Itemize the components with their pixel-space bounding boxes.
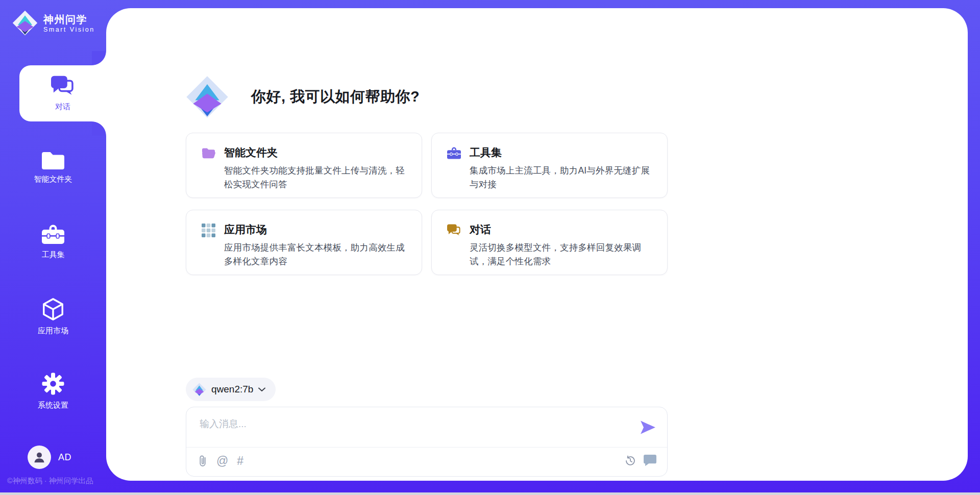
at-icon[interactable]: @ [216,454,228,467]
user-account[interactable]: AD [28,445,71,469]
model-selector[interactable]: qwen2:7b [186,378,276,401]
sidebar-nav: 对话 智能文件夹 工具集 [0,65,106,445]
sidebar-item-settings[interactable]: 系统设置 [0,370,106,411]
composer: qwen2:7b @ # [186,378,668,477]
folder-open-icon [202,146,215,160]
sidebar-item-label: 应用市场 [38,326,68,336]
history-icon[interactable] [624,455,636,466]
person-icon [33,451,46,464]
sidebar-item-toolset[interactable]: 工具集 [0,221,106,262]
card-toolset[interactable]: 工具集 集成市场上主流工具，助力AI与外界无缝扩展与对接 [431,133,668,198]
sidebar-item-label: 智能文件夹 [34,175,72,184]
grid-icon [202,224,215,237]
avatar [28,445,51,469]
chat-icon [51,76,75,97]
app-root: 神州问学 Smart Vision 对话 智能文件夹 [0,0,980,495]
chevron-down-icon [258,387,265,392]
composer-left-tools: @ # [198,454,243,467]
card-title: 工具集 [470,145,654,160]
main-content: 你好, 我可以如何帮助你? 智能文件夹 智能文件夹功能支持批量文件上传与清洗，轻… [186,0,668,495]
brand-logo-icon [12,10,38,36]
folder-icon [42,151,64,169]
cube-icon [42,298,64,321]
message-input[interactable] [199,415,629,433]
card-description: 智能文件夹功能支持批量文件上传与清洗，轻松实现文件问答 [224,164,408,191]
sidebar-item-label: 工具集 [42,250,65,260]
sidebar-item-chat[interactable]: 对话 [19,65,106,121]
card-title: 应用市场 [224,222,408,237]
card-title: 智能文件夹 [224,145,408,160]
model-logo-icon [192,383,206,397]
card-smart-folder[interactable]: 智能文件夹 智能文件夹功能支持批量文件上传与清洗，轻松实现文件问答 [186,133,422,198]
message-input-box: @ # [186,407,668,477]
user-label: AD [58,452,71,463]
comment-icon[interactable] [644,455,656,466]
brand-subtitle: Smart Vision [43,26,95,33]
feature-cards: 智能文件夹 智能文件夹功能支持批量文件上传与清洗，轻松实现文件问答 工具集 集成… [186,133,668,275]
toolbox-icon [42,225,64,245]
card-description: 灵活切换多模型文件，支持多样回复效果调试，满足个性化需求 [470,241,654,268]
card-description: 集成市场上主流工具，助力AI与外界无缝扩展与对接 [470,164,654,191]
greeting: 你好, 我可以如何帮助你? [186,76,420,118]
card-app-market[interactable]: 应用市场 应用市场提供丰富长文本模板，助力高效生成多样化文章内容 [186,210,422,275]
model-name: qwen2:7b [211,384,253,395]
sidebar-item-label: 系统设置 [38,401,68,410]
send-icon[interactable] [640,420,656,435]
card-chat[interactable]: 对话 灵活切换多模型文件，支持多样回复效果调试，满足个性化需求 [431,210,668,275]
card-description: 应用市场提供丰富长文本模板，助力高效生成多样化文章内容 [224,241,408,268]
greeting-text: 你好, 我可以如何帮助你? [251,87,420,107]
hash-icon[interactable]: # [237,454,243,467]
assistant-logo-icon [186,76,229,118]
sidebar-item-app-market[interactable]: 应用市场 [0,296,106,337]
composer-right-tools [624,455,656,466]
sidebar-item-label: 对话 [55,102,70,112]
sidebar: 神州问学 Smart Vision 对话 智能文件夹 [0,0,106,495]
copyright: ©神州数码 · 神州问学出品 [7,476,106,486]
briefcase-icon [447,146,461,160]
chat-icon [447,224,461,237]
sidebar-item-smart-folder[interactable]: 智能文件夹 [0,147,106,188]
card-title: 对话 [470,222,654,237]
gear-icon [41,372,65,395]
screen-bottom-edge [0,492,980,495]
composer-divider [186,447,667,448]
brand: 神州问学 Smart Vision [12,10,106,36]
attachment-icon[interactable] [198,454,208,467]
brand-name: 神州问学 [43,13,95,26]
